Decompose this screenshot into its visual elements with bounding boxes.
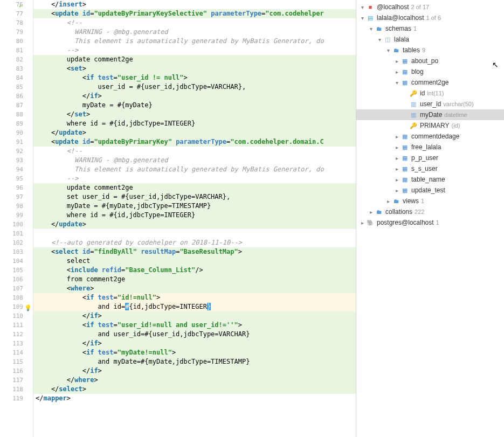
lightbulb-icon[interactable]: 💡 — [24, 303, 32, 313]
code-line[interactable]: user_id = #{user_id,jdbcType=VARCHAR}, — [33, 82, 356, 92]
tree-node-mydate[interactable]: ·▥myDatedatetime — [356, 109, 504, 120]
code-line[interactable] — [33, 229, 356, 238]
gutter-line[interactable]: 100 — [0, 220, 23, 229]
gutter-line[interactable]: 105 — [0, 266, 23, 275]
code-line[interactable]: and user_id=#{user_id,jdbcType=VARCHAR} — [33, 330, 356, 339]
tree-node-id[interactable]: ·🔑idint(11) — [356, 88, 504, 99]
code-line[interactable]: <!--auto generated by codehelper on 2018… — [33, 238, 356, 247]
code-line[interactable]: myDate = #{myDate} — [33, 101, 356, 110]
gutter-line[interactable]: 78 — [0, 18, 23, 27]
tree-node-blog[interactable]: ▸▦blog — [356, 66, 504, 77]
code-area[interactable]: </insert> <update id="updateByPrimaryKey… — [33, 0, 356, 437]
code-line[interactable]: set user_id = #{user_id,jdbcType=VARCHAR… — [33, 192, 356, 202]
code-line[interactable]: This element is automatically generated … — [33, 165, 356, 174]
code-line[interactable]: <!-- — [33, 18, 356, 27]
tree-node-free-lalala[interactable]: ▸▦free_lalala — [356, 142, 504, 152]
chevron-right-icon[interactable]: ▸ — [358, 220, 366, 226]
tree-node-views[interactable]: ▸🖿views1 — [356, 196, 504, 206]
gutter-line[interactable]: 79 — [0, 27, 23, 37]
tree-node-primary[interactable]: ·🔑PRIMARY(id) — [356, 120, 504, 131]
code-line[interactable]: </if> — [33, 92, 356, 101]
gutter-line[interactable]: 107 — [0, 284, 23, 293]
code-line[interactable]: </if> — [33, 366, 356, 376]
code-line[interactable]: <!-- — [33, 147, 356, 156]
database-tree[interactable]: ▾■@localhost2 of 17▾▤lalala@localhost1 o… — [356, 0, 504, 230]
tree-node-p-p-user[interactable]: ▸▦p_p_user — [356, 152, 504, 163]
code-line[interactable]: <if test="user_id != null"> — [33, 73, 356, 82]
chevron-right-icon[interactable]: ▸ — [393, 134, 401, 140]
gutter-line[interactable]: 108 — [0, 293, 23, 302]
code-line[interactable]: select — [33, 256, 356, 266]
gutter-line[interactable]: 117 — [0, 376, 23, 385]
tree-node-about-po[interactable]: ▸▦about_po — [356, 56, 504, 66]
gutter-line[interactable]: 111 — [0, 321, 23, 330]
gutter-line[interactable]: 77 — [0, 9, 23, 18]
chevron-right-icon[interactable]: ▸ — [393, 155, 401, 161]
gutter-line[interactable]: 89 — [0, 119, 23, 128]
gutter-line[interactable]: 93 — [0, 156, 23, 165]
gutter-line[interactable]: 92 — [0, 147, 23, 156]
code-line[interactable]: </if> — [33, 311, 356, 321]
code-line[interactable]: from comment2ge — [33, 275, 356, 284]
code-line[interactable]: <if test="myDate!=null"> — [33, 348, 356, 357]
gutter-line[interactable]: 91 — [0, 137, 23, 147]
gutter-line[interactable]: 94 — [0, 165, 23, 174]
chevron-right-icon[interactable]: ▸ — [367, 209, 375, 215]
tree-node-table-name[interactable]: ▸▦table_name — [356, 174, 504, 185]
code-line[interactable]: where id = #{id,jdbcType=INTEGER} — [33, 211, 356, 220]
code-line[interactable]: WARNING - @mbg.generated — [33, 27, 356, 37]
gutter-line[interactable]: 90 — [0, 128, 23, 137]
gutter-line[interactable]: 113 — [0, 339, 23, 348]
code-line[interactable]: WARNING - @mbg.generated — [33, 156, 356, 165]
gutter-line[interactable]: 84 — [0, 73, 23, 82]
code-line[interactable]: </if> — [33, 339, 356, 348]
code-line[interactable]: <where> — [33, 284, 356, 293]
gutter-line[interactable]: 104 — [0, 256, 23, 266]
gutter-line[interactable]: 99 — [0, 211, 23, 220]
code-line[interactable]: </mapper> — [33, 394, 356, 403]
code-line[interactable]: <set> — [33, 64, 356, 73]
code-line[interactable]: </update> — [33, 128, 356, 137]
code-line[interactable]: </insert> — [33, 0, 356, 9]
code-line[interactable]: --> — [33, 174, 356, 183]
chevron-right-icon[interactable]: ▸ — [393, 58, 401, 64]
gutter-line[interactable]: 109💡 — [0, 302, 23, 311]
code-line[interactable]: and id=#{id,jdbcType=INTEGER} — [33, 302, 356, 311]
chevron-right-icon[interactable]: ▸ — [393, 144, 401, 150]
gutter-line[interactable]: 88 — [0, 110, 23, 119]
code-line[interactable]: <if test="id!=null"> — [33, 293, 356, 302]
gutter-line[interactable]: 80 — [0, 37, 23, 46]
chevron-down-icon[interactable]: ▾ — [367, 26, 375, 32]
chevron-right-icon[interactable]: ▸ — [393, 177, 401, 183]
gutter-line[interactable]: 118 — [0, 385, 23, 394]
chevron-right-icon[interactable]: ▸ — [393, 188, 401, 193]
code-line[interactable]: </update> — [33, 220, 356, 229]
tree-node-commentdedage[interactable]: ▸▦commentdedage — [356, 131, 504, 142]
tree-node-schemas[interactable]: ▾🖿schemas1 — [356, 23, 504, 34]
tree-node-s-s-user[interactable]: ▸▦s_s_user — [356, 163, 504, 174]
code-line[interactable]: </select> — [33, 385, 356, 394]
gutter-line[interactable]: 103 — [0, 247, 23, 256]
gutter-line[interactable]: 114 — [0, 348, 23, 357]
chevron-down-icon[interactable]: ▾ — [358, 4, 366, 10]
tree-node--localhost[interactable]: ▾■@localhost2 of 17 — [356, 2, 504, 12]
gutter-line[interactable]: 110 — [0, 311, 23, 321]
gutter-line[interactable]: 86 — [0, 92, 23, 101]
code-line[interactable]: myDate = #{myDate,jdbcType=TIMESTAMP} — [33, 202, 356, 211]
code-line[interactable]: <update id="updateByPrimaryKeySelective"… — [33, 9, 356, 18]
code-line[interactable]: update comment2ge — [33, 183, 356, 192]
tree-node-lalala[interactable]: ▾◫lalala — [356, 34, 504, 45]
chevron-down-icon[interactable]: ▾ — [384, 47, 392, 53]
gutter-line[interactable]: 112 — [0, 330, 23, 339]
gutter-line[interactable]: 97 — [0, 192, 23, 202]
tree-node-tables[interactable]: ▾🖿tables9 — [356, 45, 504, 56]
gutter-line[interactable]: 119 — [0, 394, 23, 403]
code-line[interactable]: </set> — [33, 110, 356, 119]
tree-node-comment2ge[interactable]: ▾▦comment2ge — [356, 77, 504, 88]
gutter-line[interactable]: 81 — [0, 46, 23, 55]
gutter-line[interactable]: 95 — [0, 174, 23, 183]
chevron-right-icon[interactable]: ▸ — [384, 198, 392, 204]
chevron-down-icon[interactable]: ▾ — [376, 37, 383, 43]
gutter-line[interactable]: 115 — [0, 357, 23, 366]
tree-node-collations[interactable]: ▸🖿collations222 — [356, 206, 504, 217]
